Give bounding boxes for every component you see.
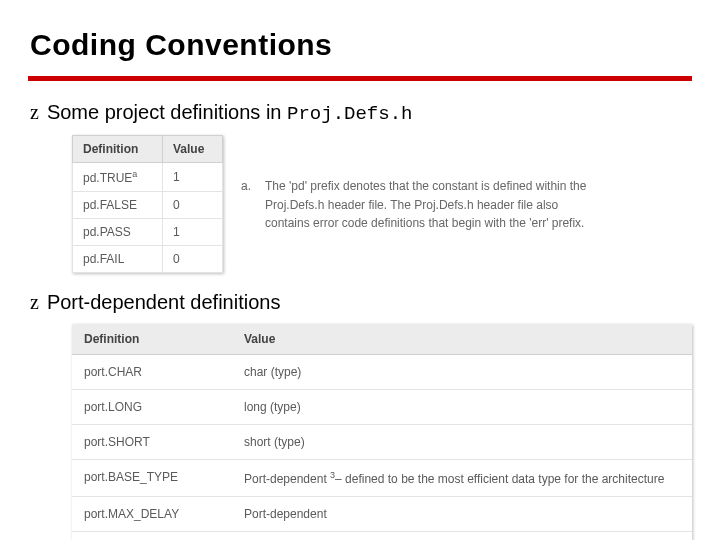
table-row: port.CHAR char (type) (72, 355, 692, 390)
cell-val: 0 (163, 192, 223, 219)
cell-val: 0 (163, 246, 223, 273)
table-row: pd.TRUEa 1 (73, 163, 223, 192)
bullet-1-prefix: Some project definitions in (47, 101, 287, 123)
bullet-1-code: Proj.Defs.h (287, 103, 412, 125)
table-row: pd.FAIL 0 (73, 246, 223, 273)
bullet-2-text: Port-dependent definitions (47, 291, 281, 314)
cell-sup: a (132, 169, 137, 179)
title-underline (28, 76, 692, 81)
col-definition: Definition (73, 136, 163, 163)
cell-def: pd.TRUE (83, 171, 132, 185)
bullet-marker: z (30, 101, 39, 124)
cell-def: pd.FALSE (73, 192, 163, 219)
cell-val: long (type) (232, 390, 692, 425)
cell-def: port.Tick.Type (72, 532, 232, 541)
page-title: Coding Conventions (30, 28, 692, 62)
bullet-1: z Some project definitions in Proj.Defs.… (30, 101, 692, 125)
cell-val: Port-dependent (232, 497, 692, 532)
table-header-row: Definition Value (73, 136, 223, 163)
cell-val: 1 (163, 163, 223, 192)
table-row: port.LONG long (type) (72, 390, 692, 425)
table-row: port.SHORT short (type) (72, 425, 692, 460)
col-definition: Definition (72, 324, 232, 355)
bullet-marker: z (30, 291, 39, 314)
table-port-defs: Definition Value port.CHAR char (type) p… (72, 324, 692, 540)
table-header-row: Definition Value (72, 324, 692, 355)
cell-def: port.BASE_TYPE (72, 460, 232, 497)
cell-val: char (type) (232, 355, 692, 390)
footnote-a: a. The 'pd' prefix denotes that the cons… (241, 177, 591, 233)
bullet-1-text: Some project definitions in Proj.Defs.h (47, 101, 413, 125)
bullet-2: z Port-dependent definitions (30, 291, 692, 314)
table-project-defs: Definition Value pd.TRUEa 1 pd.FALSE 0 p… (72, 135, 223, 273)
cell-def: port.CHAR (72, 355, 232, 390)
cell-def: pd.FAIL (73, 246, 163, 273)
footnote-key: a. (241, 177, 251, 233)
table-row: port.Tick.Type Port-dependent (72, 532, 692, 541)
cell-val: short (type) (232, 425, 692, 460)
cell-def: port.SHORT (72, 425, 232, 460)
col-value: Value (163, 136, 223, 163)
table-row: pd.PASS 1 (73, 219, 223, 246)
col-value: Value (232, 324, 692, 355)
table-row: port.MAX_DELAY Port-dependent (72, 497, 692, 532)
cell-val: 1 (163, 219, 223, 246)
table-row: port.BASE_TYPE Port-dependent 3– defined… (72, 460, 692, 497)
footnote-text: The 'pd' prefix denotes that the constan… (265, 177, 591, 233)
cell-val: Port-dependent 3– defined to be the most… (232, 460, 692, 497)
cell-def: pd.PASS (73, 219, 163, 246)
cell-def: port.MAX_DELAY (72, 497, 232, 532)
table-row: pd.FALSE 0 (73, 192, 223, 219)
cell-def: port.LONG (72, 390, 232, 425)
cell-val: Port-dependent (232, 532, 692, 541)
